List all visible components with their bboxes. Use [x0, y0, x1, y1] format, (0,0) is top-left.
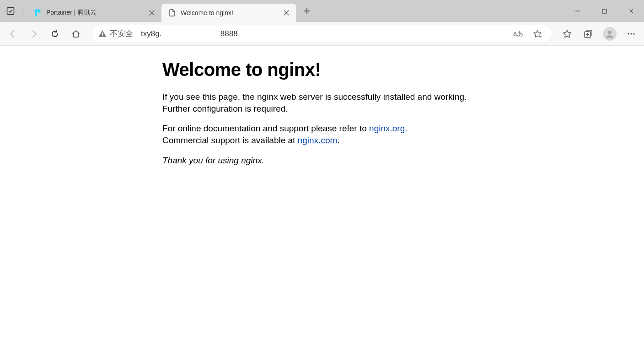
settings-more-button[interactable]	[622, 25, 640, 43]
toolbar-right-actions	[558, 25, 640, 43]
separator	[137, 29, 137, 38]
tab-close-button[interactable]	[147, 8, 157, 18]
nav-back-button[interactable]	[4, 25, 22, 43]
favorites-button[interactable]	[558, 25, 576, 43]
profile-avatar-button[interactable]	[603, 27, 617, 41]
window-controls	[564, 0, 644, 22]
tab-nginx[interactable]: Welcome to nginx!	[161, 4, 296, 22]
page-content: Welcome to nginx! If you see this page, …	[0, 46, 644, 166]
nginx-com-link[interactable]: nginx.com	[298, 135, 338, 145]
svg-rect-1	[35, 11, 36, 16]
svg-rect-0	[7, 8, 14, 15]
svg-rect-6	[102, 35, 103, 36]
titlebar-drag-region[interactable]	[314, 0, 564, 22]
docs-paragraph: For online documentation and support ple…	[162, 123, 483, 146]
intro-paragraph: If you see this page, the nginx web serv…	[162, 91, 483, 114]
page-heading: Welcome to nginx!	[162, 59, 483, 80]
security-status[interactable]: 不安全	[98, 28, 133, 39]
svg-point-12	[633, 33, 634, 34]
window-minimize-button[interactable]	[564, 0, 591, 22]
security-label: 不安全	[110, 28, 133, 39]
window-close-button[interactable]	[617, 0, 644, 22]
tab-title: Welcome to nginx!	[181, 9, 277, 16]
new-tab-button[interactable]	[300, 4, 314, 18]
tab-close-button[interactable]	[281, 8, 291, 18]
svg-rect-5	[102, 32, 103, 35]
tab-actions-icon[interactable]	[5, 6, 16, 16]
nginx-org-link[interactable]: nginx.org	[369, 124, 405, 133]
portainer-favicon-icon	[33, 9, 42, 17]
svg-point-11	[630, 33, 632, 34]
svg-rect-3	[38, 11, 40, 13]
svg-point-10	[628, 33, 629, 34]
nav-home-button[interactable]	[67, 25, 85, 43]
svg-rect-4	[602, 9, 606, 13]
titlebar-left	[0, 0, 25, 22]
window-maximize-button[interactable]	[591, 0, 617, 22]
address-text[interactable]: txy8g. xxxxxxxxxxxxxx 8888	[141, 29, 507, 38]
translate-icon: aあ	[513, 30, 523, 38]
thanks-paragraph: Thank you for using nginx.	[162, 155, 483, 167]
separator	[22, 6, 22, 16]
svg-point-9	[608, 31, 612, 34]
browser-toolbar: 不安全 txy8g. xxxxxxxxxxxxxx 8888 aあ	[0, 22, 644, 46]
tab-portainer[interactable]: Portainer | 腾讯云	[27, 4, 161, 22]
address-bar[interactable]: 不安全 txy8g. xxxxxxxxxxxxxx 8888 aあ	[91, 25, 552, 43]
page-favicon-icon	[168, 9, 176, 17]
warning-icon	[98, 29, 107, 38]
nav-refresh-button[interactable]	[46, 25, 64, 43]
svg-rect-2	[36, 11, 37, 16]
tab-title: Portainer | 腾讯云	[46, 9, 142, 17]
translate-button[interactable]: aあ	[510, 26, 526, 42]
tabs-container: Portainer | 腾讯云 Welcome to nginx!	[27, 0, 314, 22]
nginx-welcome-body: Welcome to nginx! If you see this page, …	[162, 59, 483, 166]
collections-button[interactable]	[579, 25, 597, 43]
nav-forward-button[interactable]	[25, 25, 43, 43]
window-titlebar: Portainer | 腾讯云 Welcome to nginx!	[0, 0, 644, 22]
favorite-this-page-button[interactable]	[530, 26, 545, 42]
